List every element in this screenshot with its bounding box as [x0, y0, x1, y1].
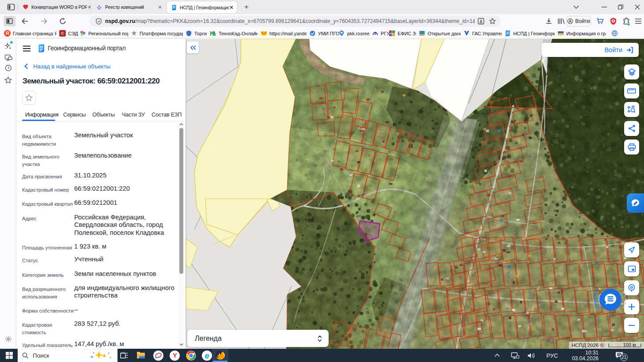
svg-text:100 м: 100 м — [623, 343, 636, 347]
